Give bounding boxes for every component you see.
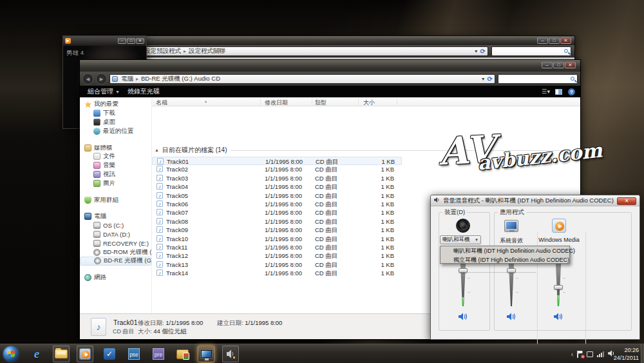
breadcrumb-item[interactable]: 設定程式關聯 <box>187 47 227 55</box>
start-button[interactable] <box>3 346 19 362</box>
close-button[interactable]: ✕ <box>136 38 144 44</box>
file-row[interactable]: ♪Track061/1/1995 8:00CD 曲目1 KB <box>152 200 402 208</box>
network-icon[interactable] <box>597 351 604 357</box>
close-button[interactable]: ✕ <box>617 197 636 205</box>
sidebar-item[interactable]: RECOVERY (E:) <box>80 239 151 248</box>
address-bar[interactable]: 電腦▸BD-RE 光碟機 (G:) Audio CD ▼ ⟳ <box>109 74 495 84</box>
titlebar[interactable]: ▶ – □ ✕ <box>63 36 146 46</box>
sidebar-section[interactable]: 電腦 <box>80 212 151 221</box>
file-row[interactable]: ♪Track071/1/1995 8:00CD 曲目1 KB <box>152 208 402 217</box>
column-size[interactable]: 大小 <box>363 99 375 107</box>
sidebar-item[interactable]: OS (C:) <box>80 221 151 230</box>
minimize-button[interactable]: – <box>542 62 553 68</box>
breadcrumb-item[interactable]: BD-RE 光碟機 (G:) Audio CD <box>139 75 222 83</box>
refresh-icon[interactable]: ⟳ <box>488 75 493 83</box>
dropdown-item[interactable]: 獨立耳機 (IDT High Definition Audio CODEC) <box>440 255 569 264</box>
forward-button[interactable]: ▶ <box>96 74 107 84</box>
dropdown-item[interactable]: 喇叭和耳機 (IDT High Definition Audio CODEC) <box>440 246 569 255</box>
clock[interactable]: 20:26 24/1/2011 <box>614 346 639 362</box>
group-header[interactable]: ▲ 目前在碟片的檔案 (14) <box>155 145 574 155</box>
collapse-icon[interactable]: ▲ <box>155 148 159 152</box>
views-button[interactable]: ☰ ▾ <box>542 88 549 95</box>
file-row[interactable]: ♪Track051/1/1995 8:00CD 曲目1 KB <box>152 191 402 200</box>
burn-to-disc-button[interactable]: 燒錄至光碟 <box>125 87 162 96</box>
favorites-icon <box>84 101 91 108</box>
taskbar-premiere-elements[interactable]: pre <box>150 346 167 362</box>
taskbar-photoshop-elements[interactable]: pse <box>126 346 142 362</box>
column-type[interactable]: 類型 <box>315 99 327 107</box>
taskbar-windows-explorer[interactable] <box>53 346 70 362</box>
taskbar-installer[interactable] <box>174 346 191 362</box>
sidebar-section[interactable]: 網路 <box>80 273 151 282</box>
file-row[interactable]: ♪Track021/1/1995 8:00CD 曲目1 KB <box>152 165 402 173</box>
taskbar: e ✓ pse pre ‹ ✕ 20:26 24/1/2011 <box>0 344 644 363</box>
sidebar-item[interactable]: 下載 <box>80 109 151 118</box>
taskbar-volume-mixer[interactable] <box>222 346 239 362</box>
search-input[interactable] <box>498 75 577 83</box>
column-name[interactable]: 名稱 <box>156 99 167 107</box>
file-row[interactable]: ♪Track141/1/1995 8:00CD 曲目1 KB <box>152 269 402 277</box>
file-row[interactable]: ♪Track091/1/1995 8:00CD 曲目1 KB <box>152 226 402 234</box>
sidebar-section[interactable]: 我的最愛 <box>80 100 151 109</box>
slider-guide-line <box>464 272 536 273</box>
back-button[interactable]: ◀ <box>82 74 93 84</box>
sidebar-section[interactable]: 媒體櫃 <box>80 143 151 152</box>
minimize-button[interactable]: – <box>537 37 548 44</box>
sidebar-item[interactable]: BD-RE 光碟機 (G:) Au <box>80 257 151 266</box>
sidebar-item[interactable]: 文件 <box>80 152 151 161</box>
search-input[interactable] <box>492 47 571 55</box>
taskbar-messenger[interactable]: ✓ <box>101 346 118 362</box>
mute-button[interactable] <box>457 311 469 322</box>
close-button[interactable]: ✕ <box>560 37 571 44</box>
media-player-icon <box>79 348 91 360</box>
maximize-button[interactable]: □ <box>553 62 564 68</box>
sidebar-section[interactable]: 家用群組 <box>80 195 151 204</box>
sidebar-item[interactable]: 桌面 <box>80 118 151 127</box>
search-box[interactable] <box>491 46 571 56</box>
address-dropdown-icon[interactable]: ▼ <box>481 77 486 81</box>
device-select-dropdown[interactable]: 喇叭和耳機 ▼ <box>440 235 481 244</box>
breadcrumb-item[interactable]: 電腦 <box>119 75 135 83</box>
taskbar-internet-explorer[interactable]: e <box>28 346 45 362</box>
taskbar-display-settings[interactable] <box>198 346 214 362</box>
sidebar-item[interactable]: 最近的位置 <box>80 126 151 135</box>
file-row[interactable]: ♪Track081/1/1995 8:00CD 曲目1 KB <box>152 217 402 226</box>
file-row[interactable]: ♪Track131/1/1995 8:00CD 曲目1 KB <box>152 260 402 269</box>
file-row[interactable]: ♪Track111/1/1995 8:00CD 曲目1 KB <box>152 243 402 251</box>
show-hidden-icons-chevron[interactable]: ‹ <box>571 351 573 358</box>
file-row[interactable]: ♪Track121/1/1995 8:00CD 曲目1 KB <box>152 251 402 260</box>
volume-slider-thumb[interactable] <box>554 285 563 289</box>
titlebar[interactable]: – □ ✕ <box>80 60 580 72</box>
minimize-button[interactable]: – <box>118 38 126 44</box>
maximize-button[interactable]: □ <box>549 37 560 44</box>
slider-tick <box>468 292 470 293</box>
file-row[interactable]: ♪Track101/1/1995 8:00CD 曲目1 KB <box>152 235 402 243</box>
breadcrumb-item[interactable]: 設定預設程式 <box>142 47 183 55</box>
help-button[interactable]: ? <box>568 88 575 95</box>
mute-button[interactable] <box>552 311 565 322</box>
taskbar-media-player[interactable] <box>77 346 93 362</box>
file-row[interactable]: ♪Track041/1/1995 8:00CD 曲目1 KB <box>152 182 402 191</box>
address-dropdown-icon[interactable]: ▼ <box>474 49 478 54</box>
sidebar-item[interactable]: 視訊 <box>80 170 151 179</box>
refresh-icon[interactable]: ⟳ <box>480 48 486 55</box>
sidebar-item[interactable]: DATA (D:) <box>80 230 151 239</box>
sidebar-item[interactable]: 圖片 <box>80 179 151 188</box>
close-button[interactable]: ✕ <box>565 62 576 68</box>
show-desktop-button[interactable] <box>641 344 644 363</box>
mute-button[interactable] <box>505 311 518 322</box>
maximize-button[interactable]: □ <box>127 38 135 44</box>
breadcrumb[interactable]: 式集▸預設程式▸設定預設程式▸設定程式關聯 ▼ ⟳ <box>88 46 488 56</box>
action-center-icon[interactable]: ✕ <box>577 351 583 358</box>
preview-pane-button[interactable] <box>555 89 562 95</box>
organize-button[interactable]: 組合管理 ▼ <box>85 87 122 96</box>
search-box[interactable] <box>498 74 578 84</box>
hardware-tray-icon[interactable] <box>587 351 593 357</box>
file-row[interactable]: ♪Track011/1/1995 8:00CD 曲目1 KB <box>152 157 402 165</box>
column-date[interactable]: 修改日期 <box>265 99 288 107</box>
titlebar[interactable]: 音量混音程式 - 喇叭和耳機 (IDT High Definition Audi… <box>431 195 639 206</box>
sidebar-item[interactable]: 音樂 <box>80 161 151 170</box>
sidebar-item[interactable]: BD-ROM 光碟機 (F:) <box>80 248 151 257</box>
file-row[interactable]: ♪Track031/1/1995 8:00CD 曲目1 KB <box>152 174 402 182</box>
titlebar[interactable]: – □ ✕ <box>84 36 574 45</box>
